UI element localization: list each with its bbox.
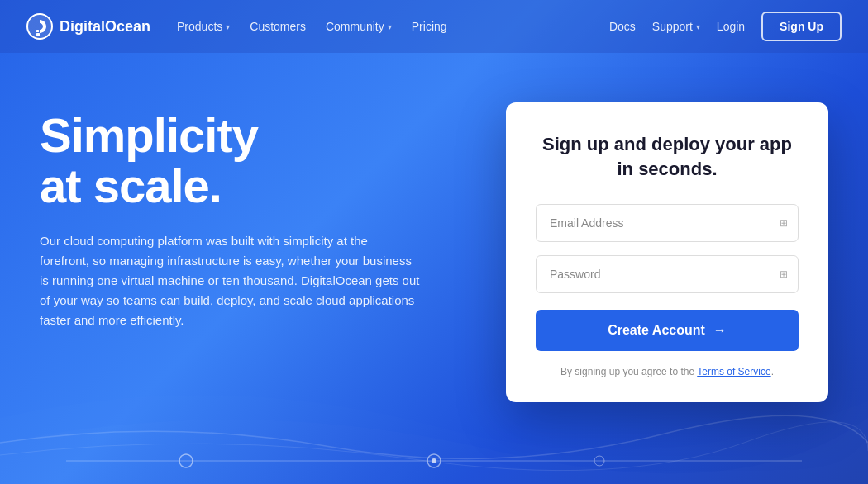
navbar: DigitalOcean Products ▾ Customers Commun… [0,0,868,53]
nav-pricing[interactable]: Pricing [412,20,447,33]
nav-customers[interactable]: Customers [250,20,306,33]
main-content: Simplicity at scale. Our cloud computing… [0,53,868,402]
community-chevron-icon: ▾ [388,22,392,31]
products-chevron-icon: ▾ [226,22,230,31]
nav-signup-button[interactable]: Sign Up [761,12,842,41]
password-field-group: ⊞ [536,255,799,293]
arrow-right-icon: → [713,323,727,338]
nav-left-items: Products ▾ Customers Community ▾ Pricing [177,20,609,33]
do-logo-icon [26,13,53,40]
hero-section: Simplicity at scale. Our cloud computing… [40,102,473,330]
nav-login[interactable]: Login [717,20,745,33]
nav-support[interactable]: Support ▾ [652,20,700,33]
email-field-group: ⊞ [536,204,799,242]
terms-text: By signing up you agree to the Terms of … [536,364,799,379]
create-account-button[interactable]: Create Account → [536,310,799,351]
support-chevron-icon: ▾ [696,22,700,31]
terms-of-service-link[interactable]: Terms of Service [697,366,770,377]
nav-community[interactable]: Community ▾ [326,20,392,33]
nav-docs[interactable]: Docs [609,20,636,33]
svg-rect-8 [36,30,39,32]
nav-right-items: Docs Support ▾ Login Sign Up [609,12,842,41]
brand-logo[interactable]: DigitalOcean [26,13,150,40]
password-input[interactable] [537,256,780,292]
password-input-wrapper: ⊞ [536,255,799,293]
brand-name: DigitalOcean [60,18,150,36]
email-icon: ⊞ [780,217,798,229]
email-input-wrapper: ⊞ [536,204,799,242]
signup-heading: Sign up and deploy your app in seconds. [536,132,799,181]
hero-title: Simplicity at scale. [40,111,473,211]
hero-description: Our cloud computing platform was built w… [40,231,420,330]
svg-rect-7 [36,33,40,36]
email-input[interactable] [537,205,780,241]
signup-card: Sign up and deploy your app in seconds. … [506,102,828,402]
password-icon: ⊞ [780,268,798,280]
nav-products[interactable]: Products ▾ [177,20,230,33]
